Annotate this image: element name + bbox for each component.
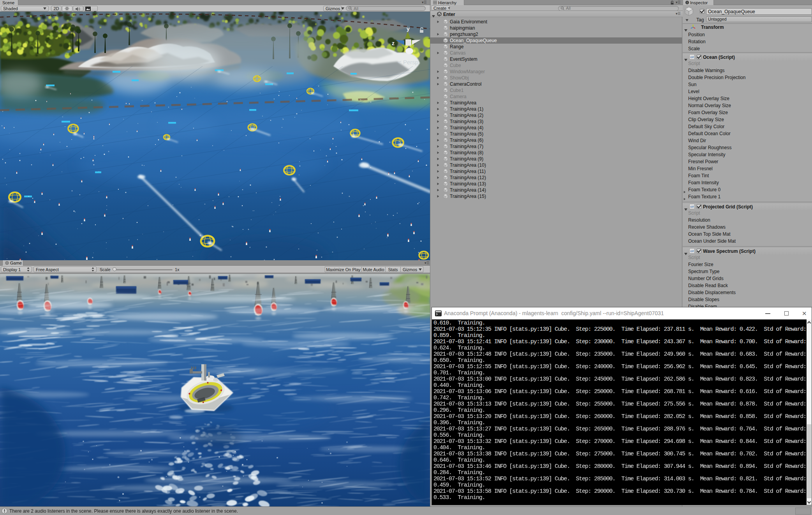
svg-text:< Persp: < Persp — [398, 59, 418, 65]
svg-text:z: z — [392, 40, 395, 46]
svg-text:y: y — [407, 26, 410, 32]
